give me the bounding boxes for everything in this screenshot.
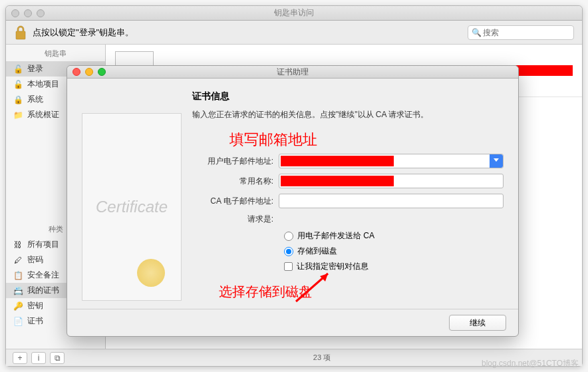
sheet-form: 证书信息 输入您正在请求的证书的相关信息。点按"继续"以从 CA 请求证书。 填… [192,91,504,301]
key-icon: 🔑 [13,301,23,311]
sheet-footer: 继续 [67,309,518,336]
main-titlebar: 钥匙串访问 [6,6,582,21]
sheet-body: Certificate 证书信息 输入您正在请求的证书的相关信息。点按"继续"以… [67,79,518,309]
sheet-traffic-lights [73,68,106,76]
key-icon: 🖊 [13,255,23,266]
common-name-input[interactable] [279,174,504,188]
close-dot[interactable] [11,9,19,17]
radio-save-disk[interactable]: 存储到磁盘 [284,246,504,257]
search-field[interactable]: 🔍 [468,25,574,40]
annotation-email: 填写邮箱地址 [192,130,504,150]
grid-icon: ⛓ [13,240,23,250]
window-title: 钥匙串访问 [274,7,314,19]
row-email: 用户电子邮件地址: [192,154,504,168]
sheet-left: Certificate [82,91,182,301]
request-radio-group: 用电子邮件发送给 CA 存储到磁盘 让我指定密钥对信息 [192,230,504,276]
zoom-dot[interactable] [37,9,45,17]
note-icon: 📋 [13,270,23,281]
close-icon[interactable] [73,68,80,76]
email-combo[interactable] [279,154,504,168]
sheet-title: 证书助理 [277,67,309,78]
row-ca-email: CA 电子邮件地址: [192,194,504,208]
annotation-disk: 选择存储到磁盘 [192,283,504,301]
info-button[interactable]: i [31,352,46,364]
radio-icon [284,232,293,241]
hint-text: 输入您正在请求的证书的相关信息。点按"继续"以从 CA 请求证书。 [192,109,504,120]
certificate-assistant-sheet: 证书助理 Certificate 证书信息 输入您正在请求的证书的相关信息。点按… [67,65,519,337]
cert-icon: 📄 [13,316,23,327]
lock-open-icon: 🔓 [13,64,23,75]
item-count: 23 项 [313,353,331,363]
section-title: 证书信息 [192,91,504,102]
lock-icon[interactable] [14,25,27,41]
traffic-lights [11,9,45,17]
lock-open-icon: 🔓 [13,79,23,90]
checkbox-specify-key[interactable]: 让我指定密钥对信息 [284,261,504,272]
copy-button[interactable]: ⧉ [50,352,65,364]
keychains-header: 钥匙串 [6,45,105,61]
add-button[interactable]: + [13,352,27,364]
checkbox-icon [284,262,293,271]
ca-email-input[interactable] [279,194,504,208]
radio-checked-icon [284,247,293,256]
minimize-dot[interactable] [24,9,32,17]
radio-email-ca[interactable]: 用电子邮件发送给 CA [284,230,504,242]
cert-icon: 📇 [13,285,23,296]
sheet-titlebar: 证书助理 [67,66,518,79]
lock-hint: 点按以锁定"登录"钥匙串。 [33,27,134,39]
folder-icon: 📁 [13,110,23,120]
lock-bar: 点按以锁定"登录"钥匙串。 🔍 [6,21,582,45]
search-icon: 🔍 [472,28,482,37]
watermark: blog.csdn.net@51CTO博客 [482,358,579,369]
row-common-name: 常用名称: [192,174,504,188]
continue-button[interactable]: 继续 [449,315,506,331]
search-input[interactable] [468,25,574,40]
lock-icon: 🔒 [13,94,23,105]
seal-icon [137,259,165,287]
zoom-icon[interactable] [98,68,106,76]
minimize-icon[interactable] [85,68,93,76]
chevron-down-icon [494,158,499,162]
row-request-is: 请求是: [192,214,504,225]
cert-illustration: Certificate [82,113,182,301]
